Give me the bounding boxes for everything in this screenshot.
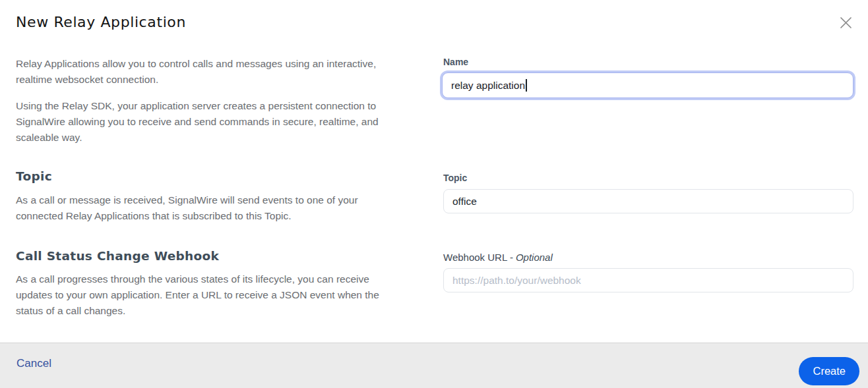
name-label: Name — [443, 57, 468, 67]
close-icon — [839, 16, 853, 30]
topic-label: Topic — [443, 173, 467, 183]
text-caret — [526, 79, 527, 92]
webhook-url-optional-text: Optional — [516, 252, 553, 263]
intro-paragraph-2: Using the Relay SDK, your application se… — [16, 98, 406, 146]
webhook-url-label: Webhook URL -Optional — [443, 252, 553, 263]
new-relay-application-dialog: New Relay Application Relay Applications… — [0, 0, 868, 388]
webhook-section-description: As a call progresses through the various… — [16, 271, 406, 319]
topic-section-description: As a call or message is received, Signal… — [16, 192, 385, 224]
intro-paragraph-1: Relay Applications allow you to control … — [16, 56, 406, 88]
create-button[interactable]: Create — [799, 357, 859, 385]
page-title: New Relay Application — [16, 14, 186, 30]
topic-input[interactable] — [443, 189, 853, 213]
topic-section-heading: Topic — [16, 169, 52, 183]
cancel-button[interactable]: Cancel — [16, 357, 51, 370]
webhook-section-heading: Call Status Change Webhook — [16, 249, 219, 263]
name-input-value: relay application — [451, 80, 525, 92]
intro-text: Relay Applications allow you to control … — [16, 56, 406, 156]
name-input[interactable]: relay application — [442, 72, 853, 98]
dialog-footer: Cancel Create — [0, 343, 868, 388]
webhook-url-input[interactable] — [443, 268, 853, 292]
webhook-url-label-text: Webhook URL - — [443, 252, 513, 263]
close-button[interactable] — [834, 11, 857, 34]
